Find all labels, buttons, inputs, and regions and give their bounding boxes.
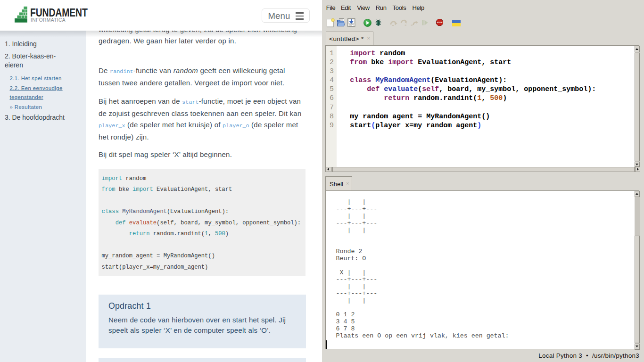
svg-text:STOP: STOP <box>437 21 443 24</box>
